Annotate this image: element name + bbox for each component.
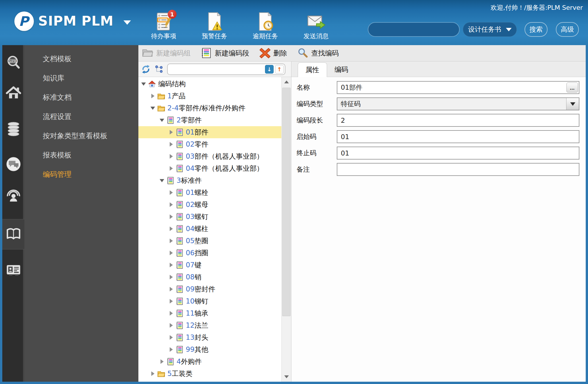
expand-arrow[interactable] (160, 359, 164, 364)
search-type-dropdown[interactable]: 设计任务书 (463, 22, 517, 37)
tree-node[interactable]: 09密封件 (138, 283, 281, 295)
menu-item-process-settings[interactable]: 流程设置 (24, 107, 138, 126)
expand-arrow[interactable] (169, 251, 173, 255)
tree-node[interactable]: 2-4零部件/标准件/外购件 (138, 102, 281, 114)
filter-next-button[interactable]: ↓ (265, 65, 274, 74)
tree-node[interactable]: 5工装类 (138, 368, 281, 380)
tree-node[interactable] (138, 380, 281, 382)
expand-arrow[interactable] (169, 311, 173, 316)
sidebar-item-messages[interactable] (2, 155, 24, 173)
sidebar-item-broadcast[interactable] (2, 187, 24, 204)
scroll-up-button[interactable] (282, 77, 291, 87)
menu-item-view-templates-by-object-type[interactable]: 按对象类型查看模板 (24, 126, 138, 145)
expand-arrow[interactable] (169, 335, 173, 340)
tree-node[interactable]: 07键 (138, 259, 281, 271)
sidebar-item-library[interactable] (2, 226, 24, 243)
field-input-end-code[interactable] (337, 147, 579, 160)
tree-node[interactable]: 02零件 (138, 138, 281, 150)
global-search-input[interactable] (368, 22, 460, 37)
expand-arrow[interactable] (169, 226, 173, 231)
tree-node[interactable]: 02螺母 (138, 199, 281, 211)
expand-arrow[interactable] (169, 142, 173, 147)
expand-arrow[interactable] (169, 275, 173, 279)
toolbar-button-find-code[interactable]: 查找编码 (297, 48, 339, 59)
toolbar-button-delete[interactable]: 删除 (259, 48, 287, 59)
tree-scrollbar[interactable] (281, 77, 291, 382)
tree-node[interactable]: 2零部件 (138, 114, 281, 126)
expand-arrow[interactable] (169, 299, 173, 304)
tree-node[interactable]: 05垫圈 (138, 235, 281, 247)
tree-node[interactable]: 03螺钉 (138, 211, 281, 223)
toolbar-button-send-message[interactable]: 发送消息 (296, 12, 336, 41)
tree-node-selected[interactable]: 01部件 (138, 126, 281, 138)
tree-node[interactable]: 03部件（机器人事业部） (138, 150, 281, 162)
refresh-icon[interactable] (141, 65, 150, 74)
field-input-start-code[interactable] (337, 130, 579, 143)
search-button[interactable]: 搜索 (525, 22, 548, 37)
collapse-arrow[interactable] (150, 107, 155, 110)
field-input-remark[interactable] (337, 163, 579, 176)
tree-node[interactable]: 4外购件 (138, 356, 281, 368)
tree-node[interactable]: 12法兰 (138, 319, 281, 331)
sidebar-item-home[interactable] (2, 84, 24, 101)
scrollbar-thumb[interactable] (282, 88, 291, 316)
expand-arrow[interactable] (150, 371, 155, 376)
tree-node[interactable]: 3标准件 (138, 174, 281, 187)
expand-arrow[interactable] (150, 94, 155, 98)
expand-arrow[interactable] (169, 347, 173, 352)
sidebar-item-sipm-search[interactable]: SIPM (2, 54, 24, 71)
hierarchy-icon[interactable] (154, 65, 163, 74)
filter-prev-button[interactable]: ↑ (275, 65, 284, 74)
tree-node[interactable]: 11轴承 (138, 307, 281, 319)
collapse-arrow[interactable] (141, 82, 146, 86)
toolbar-button-warning-tasks[interactable]: 预警任务 (194, 12, 235, 41)
app-title-menu[interactable]: SIPM PLM (38, 13, 131, 29)
collapse-arrow[interactable] (160, 119, 164, 122)
sidebar-item-contact-card[interactable] (2, 261, 24, 279)
tab-code[interactable]: 编码 (327, 62, 356, 77)
field-input-name[interactable] (337, 81, 579, 94)
ellipsis-button[interactable]: ... (566, 82, 578, 93)
advanced-search-button[interactable]: 高级 (556, 22, 579, 37)
tree-node[interactable]: 编码结构 (138, 78, 281, 90)
field-select-code-type[interactable]: 特征码 (337, 97, 579, 110)
tab-properties[interactable]: 属性 (298, 62, 327, 77)
tree-node[interactable]: 13封头 (138, 331, 281, 343)
tree-node[interactable]: 04螺柱 (138, 223, 281, 235)
expand-arrow[interactable] (169, 202, 173, 207)
menu-item-knowledge-base[interactable]: 知识库 (24, 68, 138, 88)
collapse-arrow[interactable] (160, 179, 164, 182)
expand-arrow[interactable] (169, 166, 173, 171)
sidebar-item-database[interactable] (2, 120, 24, 138)
menu-item-code-management[interactable]: 编码管理 (24, 165, 138, 184)
menu-item-doc-templates[interactable]: 文档模板 (24, 49, 138, 68)
tree-node[interactable]: 08销 (138, 271, 281, 283)
expand-arrow[interactable] (169, 323, 173, 328)
field-row-start-code: 启始码 (297, 130, 579, 143)
dropdown-arrow-button[interactable] (566, 98, 579, 110)
toolbar-button-new-code-segment[interactable]: 新建编码段 (200, 48, 249, 59)
menu-item-report-templates[interactable]: 报表模板 (24, 145, 138, 165)
field-input-segment-length[interactable] (337, 114, 579, 127)
expand-arrow[interactable] (169, 287, 173, 291)
field-row-code-type: 编码类型 特征码 (297, 97, 579, 110)
scroll-down-button[interactable] (282, 372, 291, 382)
menu-item-standard-docs[interactable]: 标准文档 (24, 88, 138, 107)
expand-arrow[interactable] (169, 214, 173, 219)
expand-arrow[interactable] (169, 190, 173, 195)
expand-arrow[interactable] (169, 154, 173, 159)
notification-badge: 1 (168, 10, 177, 19)
detail-panel: 属性编码 名称 ... 编码类型 特征码 编码段长 启始码 终止码 备注 (291, 62, 586, 382)
toolbar-button-overdue-tasks[interactable]: 逾期任务 (245, 12, 285, 41)
tree-node[interactable]: 01螺栓 (138, 187, 281, 199)
tree-node[interactable]: 1产品 (138, 90, 281, 102)
tree-node[interactable]: 99其他 (138, 343, 281, 356)
expand-arrow[interactable] (169, 130, 173, 135)
toolbar-button-todo-items[interactable]: 1 待办事项 (144, 12, 184, 41)
tree-node[interactable]: 10铆钉 (138, 295, 281, 307)
tree-node[interactable]: 04零件（机器人事业部） (138, 162, 281, 174)
tree-node[interactable]: 06挡圈 (138, 247, 281, 259)
expand-arrow[interactable] (169, 263, 173, 267)
expand-arrow[interactable] (169, 239, 173, 243)
tree-node-text: 螺钉 (195, 213, 208, 221)
